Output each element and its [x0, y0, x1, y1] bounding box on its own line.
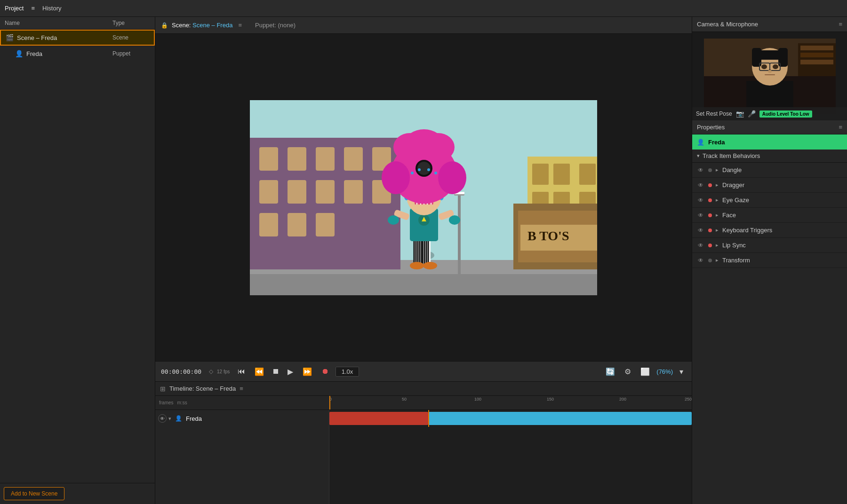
track-bar-blue: [428, 412, 692, 425]
scene-row[interactable]: 🎬 Scene – Freda Scene: [0, 30, 155, 46]
skip-to-start-button[interactable]: ⏮: [235, 365, 248, 378]
record-button[interactable]: ⏺: [319, 365, 332, 378]
scene-canvas: B TO'S: [250, 100, 597, 295]
svg-rect-7: [344, 147, 363, 171]
dragger-expand-chevron[interactable]: [716, 182, 719, 188]
set-rest-pose-button[interactable]: Set Rest Pose: [696, 110, 732, 117]
fps-display: 12 fps: [217, 369, 231, 374]
svg-point-83: [382, 161, 410, 194]
properties-section: Properties ≡ 👤 Freda Track Item Behavior…: [692, 120, 847, 504]
svg-rect-4: [259, 147, 278, 171]
stop-button[interactable]: [271, 367, 281, 376]
timeline-title: Timeline: Scene – Freda: [169, 385, 236, 392]
transform-expand-chevron[interactable]: [716, 257, 719, 263]
scene-menu-icon[interactable]: ≡: [238, 22, 242, 29]
track-dropdown-button[interactable]: ▾: [168, 416, 171, 422]
keyboard-triggers-visibility-icon[interactable]: 👁: [697, 227, 704, 234]
keyboard-triggers-expand-chevron[interactable]: [716, 227, 719, 233]
svg-point-51: [423, 262, 437, 269]
scene-header: 🔒 Scene: Scene – Freda ≡ Puppet: (none): [155, 17, 692, 34]
camera-section: Camera & Microphone ≡: [692, 17, 847, 120]
svg-rect-16: [316, 213, 335, 236]
zoom-display[interactable]: (76%): [656, 368, 673, 375]
svg-point-58: [449, 215, 460, 225]
puppet-name: Freda: [26, 50, 112, 57]
history-label[interactable]: History: [42, 5, 61, 12]
time-label: m:ss: [177, 400, 187, 405]
freda-puppet-icon: 👤: [697, 139, 704, 146]
freda-puppet-name: Freda: [708, 139, 842, 146]
dangle-visibility-icon[interactable]: 👁: [697, 166, 704, 174]
freda-puppet-row: 👤 Freda: [692, 134, 847, 150]
transform-visibility-icon[interactable]: 👁: [697, 257, 704, 264]
track-puppet-icon: 👤: [175, 415, 182, 422]
camera-feed: Set Rest Pose 📷 🎤 Audio Level Too Low: [692, 32, 847, 120]
svg-point-90: [411, 172, 414, 174]
project-label[interactable]: Project: [5, 5, 24, 12]
scene-illustration: B TO'S: [250, 100, 597, 295]
face-status-dot: [708, 213, 712, 217]
puppet-label: Puppet: (none): [255, 22, 296, 29]
timeline-header: ⊞ Timeline: Scene – Freda ≡: [155, 382, 692, 396]
track-visibility-button[interactable]: 👁: [158, 414, 167, 423]
behaviors-collapse-chevron[interactable]: [697, 153, 700, 159]
puppet-type: Puppet: [112, 50, 150, 57]
svg-point-111: [773, 64, 778, 69]
face-visibility-icon[interactable]: 👁: [697, 212, 704, 219]
camera-bottom-bar: Set Rest Pose 📷 🎤 Audio Level Too Low: [692, 107, 847, 120]
track-name: Freda: [186, 415, 326, 422]
svg-rect-9: [259, 180, 278, 204]
timeline-tools-icon[interactable]: ⊞: [160, 385, 166, 393]
speed-display[interactable]: 1.0x: [336, 367, 359, 377]
timeline-menu-icon[interactable]: ≡: [240, 385, 243, 392]
behaviors-section-header: Track Item Behaviors: [692, 150, 847, 163]
lip-sync-visibility-icon[interactable]: 👁: [697, 242, 704, 249]
play-button[interactable]: ▶: [285, 365, 296, 378]
center-panel: 🔒 Scene: Scene – Freda ≡ Puppet: (none): [155, 17, 692, 504]
step-forward-button[interactable]: ⏩: [300, 365, 315, 378]
track-labels: 👁 ▾ 👤 Freda: [155, 410, 329, 504]
svg-point-89: [417, 162, 431, 175]
timeline-tracks: 👁 ▾ 👤 Freda: [155, 410, 692, 504]
scene-type: Scene: [112, 34, 150, 41]
camera-header: Camera & Microphone ≡: [692, 17, 847, 32]
camera-menu-icon[interactable]: ≡: [839, 21, 842, 28]
svg-rect-10: [288, 180, 306, 204]
behavior-item-transform: 👁 Transform: [692, 253, 847, 268]
svg-text:B  TO'S: B TO'S: [527, 228, 569, 243]
svg-rect-6: [316, 147, 335, 171]
zoom-dropdown-button[interactable]: ▾: [677, 365, 686, 378]
properties-menu-icon[interactable]: ≡: [839, 124, 842, 131]
eye-gaze-expand-chevron[interactable]: [716, 197, 719, 203]
fullscreen-button[interactable]: ⬜: [638, 365, 653, 378]
main-layout: Name Type 🎬 Scene – Freda Scene 👤 Freda …: [0, 17, 847, 504]
dangle-expand-chevron[interactable]: [716, 167, 719, 173]
loop-button[interactable]: 🔄: [603, 365, 618, 378]
face-expand-chevron[interactable]: [716, 212, 719, 218]
behavior-item-eye-gaze: 👁 Eye Gaze: [692, 193, 847, 208]
lip-sync-label: Lip Sync: [722, 242, 842, 249]
puppet-row[interactable]: 👤 Freda Puppet: [0, 46, 155, 62]
step-back-button[interactable]: ⏪: [252, 365, 267, 378]
camera-icon[interactable]: 📷: [736, 110, 744, 118]
eye-gaze-label: Eye Gaze: [722, 197, 842, 204]
dangle-label: Dangle: [722, 166, 842, 173]
add-to-new-scene-button[interactable]: Add to New Scene: [4, 487, 64, 500]
eye-gaze-visibility-icon[interactable]: 👁: [697, 197, 704, 204]
transport-bar: 00:00:00:00 ◇ 12 fps ⏮ ⏪ ▶ ⏩ ⏺ 1.0x 🔄 ⚙ …: [155, 361, 692, 382]
left-panel: Name Type 🎬 Scene – Freda Scene 👤 Freda …: [0, 17, 155, 504]
hamburger-icon[interactable]: ≡: [31, 5, 35, 12]
scene-name: Scene – Freda: [17, 34, 112, 41]
svg-rect-2: [250, 274, 597, 295]
audio-warning-badge: Audio Level Too Low: [759, 110, 812, 118]
scene-icon: 🎬: [5, 33, 14, 42]
microphone-icon[interactable]: 🎤: [748, 110, 756, 118]
behavior-item-dragger: 👁 Dragger: [692, 178, 847, 193]
track-area: [329, 410, 692, 504]
svg-rect-20: [579, 164, 596, 185]
ruler-playhead: [329, 396, 330, 410]
lip-sync-expand-chevron[interactable]: [716, 242, 719, 248]
dragger-visibility-icon[interactable]: 👁: [697, 181, 704, 189]
settings-button[interactable]: ⚙: [622, 365, 634, 378]
lip-sync-status-dot: [708, 244, 712, 247]
